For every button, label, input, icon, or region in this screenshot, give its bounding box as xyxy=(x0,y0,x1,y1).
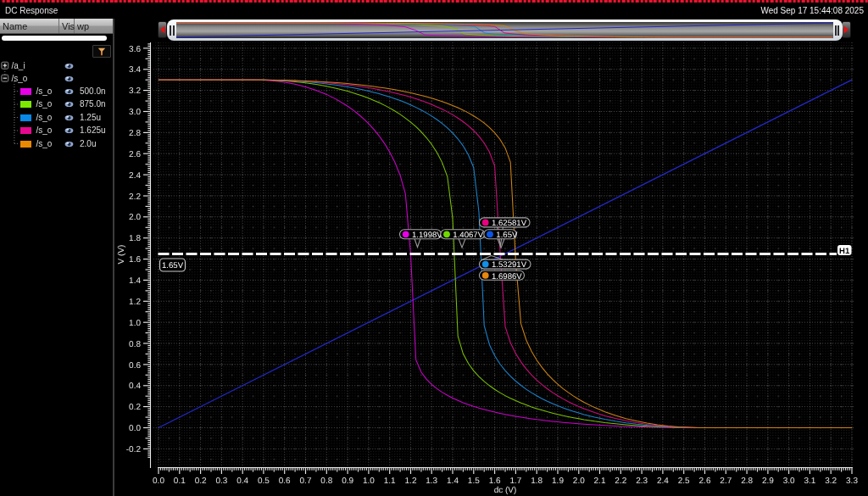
svg-text:0.9: 0.9 xyxy=(342,476,353,486)
svg-text:1.53291V: 1.53291V xyxy=(492,260,527,270)
svg-text:1.2: 1.2 xyxy=(405,476,417,486)
svg-text:1.9: 1.9 xyxy=(552,476,564,486)
svg-text:1.62581V: 1.62581V xyxy=(492,219,527,228)
svg-text:V (V): V (V) xyxy=(117,245,126,265)
svg-text:2.4: 2.4 xyxy=(657,476,669,486)
svg-text:2.2: 2.2 xyxy=(129,192,141,202)
svg-text:2.0: 2.0 xyxy=(573,476,585,486)
svg-text:2.2: 2.2 xyxy=(615,476,626,486)
svg-text:2.1: 2.1 xyxy=(594,476,606,486)
svg-text:2.9: 2.9 xyxy=(762,476,774,486)
svg-text:2.3: 2.3 xyxy=(636,476,648,486)
svg-text:0.2: 0.2 xyxy=(195,476,207,486)
svg-text:3.2: 3.2 xyxy=(129,86,141,96)
svg-text:1.1: 1.1 xyxy=(384,476,396,486)
svg-text:1.4: 1.4 xyxy=(129,276,141,286)
svg-text:3.1: 3.1 xyxy=(804,476,815,486)
svg-text:0.5: 0.5 xyxy=(258,476,270,486)
svg-text:0.4: 0.4 xyxy=(236,476,248,486)
svg-text:0.6: 0.6 xyxy=(279,476,291,486)
svg-text:1.6986V: 1.6986V xyxy=(492,272,522,281)
svg-text:3.3: 3.3 xyxy=(846,476,858,486)
svg-text:2.7: 2.7 xyxy=(720,476,732,486)
svg-text:0.6: 0.6 xyxy=(129,361,141,371)
svg-text:0.4: 0.4 xyxy=(129,382,141,391)
svg-text:0.8: 0.8 xyxy=(129,340,141,349)
svg-text:1.2: 1.2 xyxy=(129,298,141,307)
svg-text:2.8: 2.8 xyxy=(741,476,753,486)
svg-text:0.0: 0.0 xyxy=(153,476,164,486)
svg-text:2.6: 2.6 xyxy=(129,150,141,159)
svg-text:3.6: 3.6 xyxy=(129,45,141,54)
svg-text:0.2: 0.2 xyxy=(129,403,141,412)
svg-text:H1: H1 xyxy=(839,247,850,256)
svg-text:2.4: 2.4 xyxy=(129,171,141,181)
svg-text:2.5: 2.5 xyxy=(678,476,690,486)
svg-text:0.7: 0.7 xyxy=(300,476,312,486)
svg-text:3.0: 3.0 xyxy=(783,476,795,486)
svg-text:2.0: 2.0 xyxy=(129,213,141,222)
svg-text:3.2: 3.2 xyxy=(825,476,837,486)
svg-text:0.8: 0.8 xyxy=(320,476,332,486)
svg-text:1.3: 1.3 xyxy=(426,476,437,486)
svg-text:2.8: 2.8 xyxy=(129,129,141,138)
svg-text:1.4: 1.4 xyxy=(447,476,459,486)
svg-text:2.6: 2.6 xyxy=(699,476,711,486)
svg-text:0.0: 0.0 xyxy=(129,424,141,433)
svg-text:1.6: 1.6 xyxy=(489,476,501,486)
svg-text:1.8: 1.8 xyxy=(531,476,542,486)
svg-text:0.3: 0.3 xyxy=(215,476,227,486)
svg-text:0.1: 0.1 xyxy=(174,476,186,486)
svg-text:1.4067V: 1.4067V xyxy=(453,231,483,240)
svg-text:1.0: 1.0 xyxy=(363,476,375,486)
svg-text:1.6: 1.6 xyxy=(129,255,141,265)
svg-text:1.0: 1.0 xyxy=(129,319,141,328)
svg-text:1.1998V: 1.1998V xyxy=(412,231,442,240)
svg-text:3.0: 3.0 xyxy=(129,108,141,117)
svg-text:1.5: 1.5 xyxy=(468,476,480,486)
svg-text:1.65V: 1.65V xyxy=(162,261,184,270)
svg-text:1.7: 1.7 xyxy=(509,476,521,486)
svg-text:1.65V: 1.65V xyxy=(496,231,518,240)
svg-text:-0.2: -0.2 xyxy=(126,445,142,454)
svg-text:dc (V): dc (V) xyxy=(494,486,517,495)
svg-text:3.4: 3.4 xyxy=(129,65,141,75)
svg-text:1.8: 1.8 xyxy=(129,234,141,243)
